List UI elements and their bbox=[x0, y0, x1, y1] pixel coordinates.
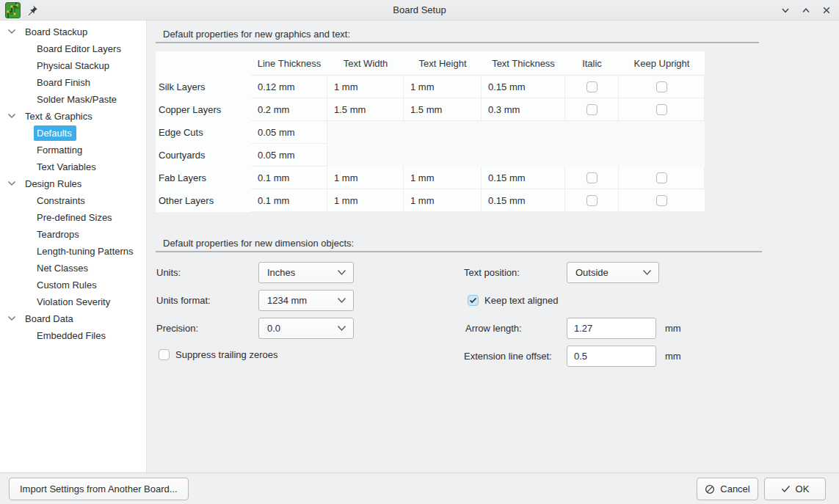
column-header-text-height: Text Height bbox=[404, 51, 482, 76]
cell-other-keep-upright bbox=[619, 189, 705, 212]
sidebar-item-board-stackup[interactable]: Board Stackup bbox=[0, 23, 146, 40]
window-title: Board Setup bbox=[0, 0, 839, 21]
sidebar-item-net-classes[interactable]: Net Classes bbox=[0, 260, 146, 277]
disabled-cells-courtyards bbox=[327, 144, 705, 167]
row-label-other-layers: Other Layers bbox=[156, 189, 251, 212]
italic-checkbox[interactable] bbox=[586, 104, 598, 115]
cell-copper-keep-upright bbox=[619, 98, 705, 121]
graphics-defaults-table: Line Thickness Text Width Text Height Te… bbox=[156, 51, 705, 212]
keep-text-aligned-label: Keep text aligned bbox=[484, 295, 558, 306]
cell-fab-text-height[interactable]: 1 mm bbox=[404, 167, 482, 189]
cell-copper-text-thickness[interactable]: 0.3 mm bbox=[482, 98, 565, 121]
chevron-down-icon bbox=[7, 315, 16, 321]
text-position-select[interactable]: Outside bbox=[567, 262, 659, 283]
cell-other-text-width[interactable]: 1 mm bbox=[327, 189, 404, 212]
units-format-label: Units format: bbox=[156, 290, 211, 312]
cell-copper-italic bbox=[565, 98, 619, 121]
sidebar-item-board-finish[interactable]: Board Finish bbox=[0, 74, 146, 91]
close-icon[interactable] bbox=[821, 5, 832, 16]
cell-silk-line-thickness[interactable]: 0.12 mm bbox=[251, 76, 327, 98]
cell-silk-keep-upright bbox=[619, 76, 705, 98]
suppress-trailing-zeroes-checkbox[interactable] bbox=[159, 349, 170, 360]
sidebar-item-constraints[interactable]: Constraints bbox=[0, 192, 146, 209]
cell-other-line-thickness[interactable]: 0.1 mm bbox=[251, 189, 327, 212]
keep-upright-checkbox[interactable] bbox=[656, 104, 667, 115]
extension-line-offset-input[interactable] bbox=[567, 346, 656, 367]
chevron-down-icon bbox=[337, 269, 353, 276]
table-corner bbox=[156, 51, 251, 76]
column-header-keep-upright: Keep Upright bbox=[619, 51, 705, 76]
extension-line-offset-label: Extension line offset: bbox=[464, 346, 552, 368]
column-header-italic: Italic bbox=[565, 51, 619, 76]
cell-copper-text-width[interactable]: 1.5 mm bbox=[327, 98, 404, 121]
cell-other-text-height[interactable]: 1 mm bbox=[404, 189, 482, 212]
italic-checkbox[interactable] bbox=[586, 172, 598, 183]
sidebar-item-teardrops[interactable]: Teardrops bbox=[0, 226, 146, 243]
sidebar-item-design-rules[interactable]: Design Rules bbox=[0, 175, 146, 192]
sidebar-item-text-variables[interactable]: Text Variables bbox=[0, 158, 146, 175]
sidebar-item-custom-rules[interactable]: Custom Rules bbox=[0, 277, 146, 293]
keep-upright-checkbox[interactable] bbox=[656, 81, 667, 92]
cell-fab-text-width[interactable]: 1 mm bbox=[327, 167, 404, 189]
cell-edge-cuts-line-thickness[interactable]: 0.05 mm bbox=[251, 121, 327, 144]
sidebar-item-board-editor-layers[interactable]: Board Editor Layers bbox=[0, 40, 146, 57]
cell-silk-text-height[interactable]: 1 mm bbox=[404, 76, 482, 98]
cell-fab-text-thickness[interactable]: 0.15 mm bbox=[482, 167, 565, 189]
chevron-down-icon bbox=[7, 29, 16, 34]
units-select[interactable]: Inches bbox=[258, 262, 354, 283]
settings-nav-tree: Board Stackup Board Editor Layers Physic… bbox=[0, 21, 147, 472]
italic-checkbox[interactable] bbox=[586, 81, 598, 92]
row-label-courtyards: Courtyards bbox=[156, 144, 251, 167]
keep-upright-checkbox[interactable] bbox=[656, 172, 667, 183]
column-header-text-width: Text Width bbox=[327, 51, 404, 76]
keep-text-aligned-checkbox[interactable] bbox=[468, 295, 479, 306]
graphics-section-title: Default properties for new graphics and … bbox=[163, 29, 350, 40]
titlebar: Board Setup bbox=[0, 0, 839, 21]
arrow-length-label: Arrow length: bbox=[465, 318, 522, 340]
cell-fab-keep-upright bbox=[619, 167, 705, 189]
cell-other-italic bbox=[565, 189, 619, 212]
italic-checkbox[interactable] bbox=[586, 195, 598, 206]
sidebar-item-solder-mask-paste[interactable]: Solder Mask/Paste bbox=[0, 91, 146, 108]
import-settings-button[interactable]: Import Settings from Another Board... bbox=[9, 478, 189, 500]
maximize-chevron-up-icon[interactable] bbox=[800, 5, 811, 16]
keep-text-aligned-row: Keep text aligned bbox=[468, 295, 558, 306]
defaults-panel: Default properties for new graphics and … bbox=[147, 21, 839, 472]
ok-button[interactable]: OK bbox=[764, 478, 826, 500]
precision-select[interactable]: 0.0 bbox=[258, 318, 354, 339]
shade-chevron-down-icon[interactable] bbox=[780, 5, 791, 16]
cancel-button[interactable]: Cancel bbox=[697, 478, 758, 500]
sidebar-item-embedded-files[interactable]: Embedded Files bbox=[0, 327, 146, 344]
sidebar-item-violation-severity[interactable]: Violation Severity bbox=[0, 293, 146, 310]
sidebar-item-board-data[interactable]: Board Data bbox=[0, 310, 146, 327]
sidebar-item-length-tuning-patterns[interactable]: Length-tuning Patterns bbox=[0, 243, 146, 260]
cell-other-text-thickness[interactable]: 0.15 mm bbox=[482, 189, 565, 212]
text-position-label: Text position: bbox=[464, 262, 520, 284]
suppress-trailing-zeroes-row: Suppress trailing zeroes bbox=[159, 349, 277, 360]
selected-item-highlight: Defaults bbox=[34, 125, 76, 141]
sidebar-item-text-graphics[interactable]: Text & Graphics bbox=[0, 108, 146, 125]
cell-fab-line-thickness[interactable]: 0.1 mm bbox=[251, 167, 327, 189]
sidebar-item-pre-defined-sizes[interactable]: Pre-defined Sizes bbox=[0, 209, 146, 226]
chevron-down-icon bbox=[337, 297, 353, 304]
precision-label: Precision: bbox=[156, 318, 198, 340]
cell-silk-italic bbox=[565, 76, 619, 98]
dialog-footer: Import Settings from Another Board... Ca… bbox=[0, 472, 839, 504]
arrow-length-unit: mm bbox=[665, 318, 681, 340]
graphics-section-rule bbox=[156, 42, 759, 43]
check-icon bbox=[781, 485, 791, 493]
cell-copper-text-height[interactable]: 1.5 mm bbox=[404, 98, 482, 121]
row-label-edge-cuts: Edge Cuts bbox=[156, 121, 251, 144]
arrow-length-input[interactable] bbox=[567, 318, 656, 339]
cell-copper-line-thickness[interactable]: 0.2 mm bbox=[251, 98, 327, 121]
no-entry-icon bbox=[705, 484, 715, 494]
sidebar-item-formatting[interactable]: Formatting bbox=[0, 142, 146, 158]
sidebar-item-defaults[interactable]: Defaults bbox=[0, 125, 146, 142]
sidebar-item-physical-stackup[interactable]: Physical Stackup bbox=[0, 57, 146, 74]
units-format-select[interactable]: 1234 mm bbox=[258, 290, 354, 311]
keep-upright-checkbox[interactable] bbox=[656, 195, 667, 206]
cell-silk-text-thickness[interactable]: 0.15 mm bbox=[482, 76, 565, 98]
cell-courtyards-line-thickness[interactable]: 0.05 mm bbox=[251, 144, 327, 167]
suppress-trailing-zeroes-label: Suppress trailing zeroes bbox=[175, 349, 277, 360]
cell-silk-text-width[interactable]: 1 mm bbox=[327, 76, 404, 98]
